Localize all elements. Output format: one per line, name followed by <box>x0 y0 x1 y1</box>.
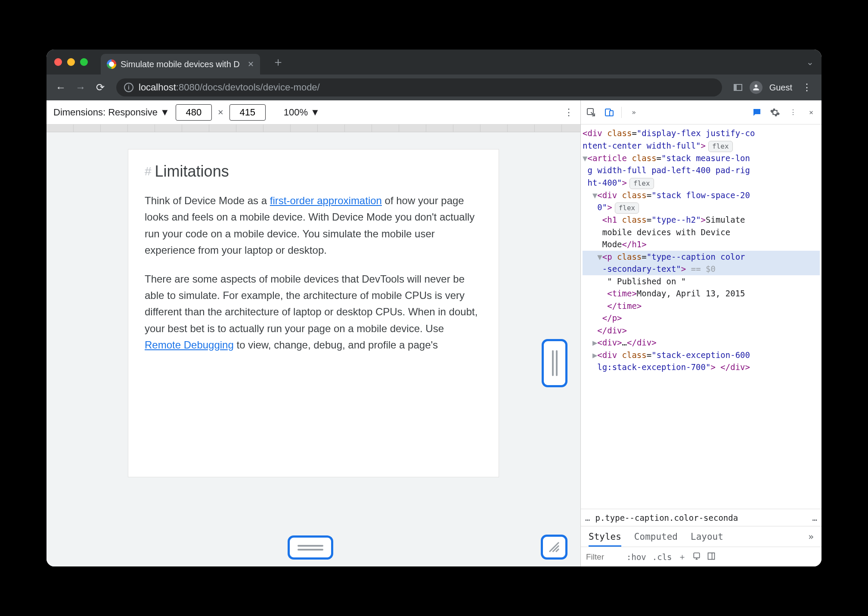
dom-node-selected[interactable]: ▼<p class="type--caption color <box>583 251 820 263</box>
simulated-page[interactable]: # Limitations Think of Device Mode as a … <box>128 149 499 477</box>
dom-node[interactable]: ▶<div>…</div> <box>583 336 820 349</box>
close-tab-button[interactable]: ✕ <box>248 59 254 69</box>
forward-button[interactable]: → <box>72 79 89 96</box>
panel-layout-icon[interactable] <box>707 552 716 562</box>
heading-text: Limitations <box>155 162 229 180</box>
url-path: :8080/docs/devtools/device-mode/ <box>176 82 320 93</box>
dom-node[interactable]: ntent-center width-full">flex <box>583 140 820 152</box>
content-area: Dimensions: Responsive ▼ × 100% ▼ ⋮ # Li… <box>46 100 822 566</box>
crumb-overflow-left[interactable]: … <box>585 513 590 523</box>
resize-handle-bottom[interactable] <box>288 535 333 560</box>
dimensions-label: Dimensions: Responsive <box>53 107 158 118</box>
cls-toggle[interactable]: .cls <box>652 552 672 562</box>
separator <box>621 107 622 118</box>
browser-menu-button[interactable]: ⋮ <box>799 79 815 96</box>
dom-node[interactable]: </div> <box>583 324 820 337</box>
tab-computed[interactable]: Computed <box>634 532 678 542</box>
tab-title: Simulate mobile devices with D <box>121 59 240 69</box>
dom-node[interactable]: <div class="display-flex justify-co <box>583 127 820 140</box>
minimize-window-button[interactable] <box>67 58 75 66</box>
devtools-toolbar: » ⋮ ✕ <box>581 100 822 124</box>
maximize-window-button[interactable] <box>80 58 88 66</box>
resize-handle-corner[interactable] <box>541 535 567 560</box>
more-tabs-icon[interactable]: » <box>808 532 814 542</box>
breadcrumb[interactable]: … p.type--caption.color-seconda … <box>581 509 822 526</box>
address-bar[interactable]: i localhost:8080/docs/devtools/device-mo… <box>116 78 722 96</box>
new-tab-button[interactable]: ＋ <box>272 54 284 70</box>
dimension-separator: × <box>218 107 223 118</box>
hov-toggle[interactable]: :hov <box>626 552 646 562</box>
close-devtools-button[interactable]: ✕ <box>805 106 817 118</box>
dropdown-caret-icon: ▼ <box>160 107 170 118</box>
dom-node[interactable]: mobile devices with Device <box>583 226 820 239</box>
dom-node-selected[interactable]: -secondary-text"> == $0 <box>583 263 820 275</box>
dom-node[interactable]: <time>Monday, April 13, 2015 <box>583 287 820 300</box>
styles-filter-bar: :hov .cls ＋ <box>581 547 822 566</box>
browser-toolbar: ← → ⟳ i localhost:8080/docs/devtools/dev… <box>46 75 822 100</box>
dom-node[interactable]: lg:stack-exception-700"> </div> <box>583 361 820 373</box>
site-info-icon[interactable]: i <box>124 83 133 92</box>
first-order-link[interactable]: first-order approximation <box>270 195 382 206</box>
width-input[interactable] <box>176 104 212 121</box>
device-toggle-button[interactable] <box>603 106 615 118</box>
dropdown-caret-icon: ▼ <box>310 107 320 118</box>
dom-node[interactable]: ht-400">flex <box>583 177 820 189</box>
dom-node[interactable]: </time> <box>583 300 820 312</box>
device-mode-pane: Dimensions: Responsive ▼ × 100% ▼ ⋮ # Li… <box>46 100 580 566</box>
window-controls <box>54 58 88 66</box>
profile-label: Guest <box>769 83 792 93</box>
dimensions-dropdown[interactable]: Dimensions: Responsive ▼ <box>53 107 170 118</box>
url-host: localhost <box>139 82 176 93</box>
dom-node[interactable]: g width-full pad-left-400 pad-rig <box>583 164 820 177</box>
devtools-panel: » ⋮ ✕ <div class="display-flex justify-c… <box>580 100 822 566</box>
dom-node[interactable]: 0">flex <box>583 201 820 214</box>
device-options-button[interactable]: ⋮ <box>564 107 574 118</box>
inspect-element-button[interactable] <box>585 106 597 118</box>
dom-node[interactable]: ▶<div class="stack-exception-600 <box>583 349 820 361</box>
elements-tree[interactable]: <div class="display-flex justify-co nten… <box>581 124 822 509</box>
svg-rect-3 <box>694 553 699 558</box>
device-icon[interactable] <box>692 552 701 562</box>
side-panel-icon <box>734 84 742 91</box>
tab-styles[interactable]: Styles <box>589 532 621 547</box>
side-panel-button[interactable] <box>730 79 746 96</box>
paragraph: Think of Device Mode as a first-order ap… <box>145 193 482 259</box>
titlebar: Simulate mobile devices with D ✕ ＋ ⌄ <box>46 50 822 75</box>
styles-filter-input[interactable] <box>586 552 620 562</box>
devtools-menu-button[interactable]: ⋮ <box>787 106 799 118</box>
ruler[interactable] <box>46 124 580 132</box>
crumb-overflow-right[interactable]: … <box>812 513 817 523</box>
chat-icon[interactable] <box>751 106 763 118</box>
remote-debugging-link[interactable]: Remote Debugging <box>145 339 234 351</box>
tab-layout[interactable]: Layout <box>691 532 723 542</box>
page-heading: # Limitations <box>145 162 482 180</box>
browser-window: Simulate mobile devices with D ✕ ＋ ⌄ ← →… <box>46 50 822 566</box>
svg-rect-2 <box>610 111 613 116</box>
zoom-dropdown[interactable]: 100% ▼ <box>284 107 320 118</box>
styles-tabs: Styles Computed Layout » <box>581 526 822 547</box>
tabs-dropdown-icon[interactable]: ⌄ <box>806 57 814 67</box>
svg-rect-4 <box>708 553 714 559</box>
new-style-rule-button[interactable]: ＋ <box>678 551 686 563</box>
dom-node[interactable]: ▼<article class="stack measure-lon <box>583 152 820 165</box>
heading-anchor-icon[interactable]: # <box>145 165 152 178</box>
dom-node[interactable]: " Published on " <box>583 275 820 288</box>
back-button[interactable]: ← <box>53 79 69 96</box>
dom-node[interactable]: ▼<div class="stack flow-space-20 <box>583 189 820 202</box>
browser-tab[interactable]: Simulate mobile devices with D ✕ <box>101 54 260 75</box>
crumb-selected[interactable]: p.type--caption.color-seconda <box>595 513 738 523</box>
dom-node[interactable]: </p> <box>583 312 820 324</box>
dom-node[interactable]: <h1 class="type--h2">Simulate <box>583 214 820 226</box>
paragraph: There are some aspects of mobile devices… <box>145 271 482 354</box>
settings-gear-icon[interactable] <box>769 106 781 118</box>
height-input[interactable] <box>229 104 266 121</box>
profile-avatar[interactable] <box>750 81 763 94</box>
dom-node[interactable]: Mode</h1> <box>583 238 820 251</box>
reload-button[interactable]: ⟳ <box>92 79 108 96</box>
device-viewport: # Limitations Think of Device Mode as a … <box>46 132 580 566</box>
device-toolbar: Dimensions: Responsive ▼ × 100% ▼ ⋮ <box>46 100 580 124</box>
zoom-value: 100% <box>284 107 308 118</box>
more-tabs-button[interactable]: » <box>628 106 640 118</box>
resize-handle-right[interactable] <box>542 339 567 387</box>
close-window-button[interactable] <box>54 58 62 66</box>
